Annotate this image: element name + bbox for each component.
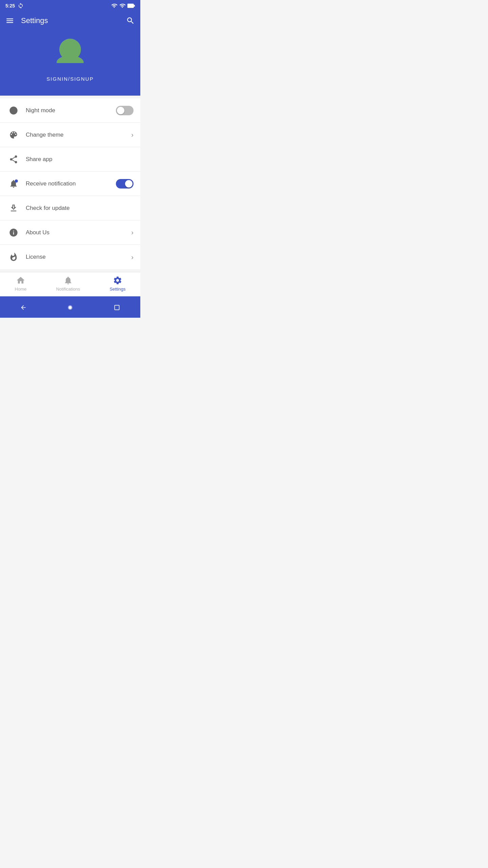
svg-rect-1	[134, 5, 135, 7]
license-label: License	[26, 254, 131, 260]
settings-item-about-us[interactable]: About Us ›	[0, 220, 140, 245]
bell-active-icon	[7, 179, 20, 189]
night-mode-icon	[7, 106, 20, 115]
settings-item-check-update[interactable]: Check for update	[0, 196, 140, 220]
fire-icon	[7, 252, 20, 262]
svg-rect-8	[115, 305, 119, 310]
night-mode-label: Night mode	[26, 107, 116, 114]
about-us-label: About Us	[26, 229, 131, 236]
svg-point-5	[15, 179, 18, 182]
about-us-chevron: ›	[131, 229, 134, 236]
status-right	[111, 3, 135, 9]
settings-item-license[interactable]: License ›	[0, 245, 140, 269]
settings-item-change-theme[interactable]: Change theme ›	[0, 123, 140, 147]
menu-icon[interactable]	[5, 16, 14, 25]
signin-label: SIGNIN/SIGNUP	[46, 76, 94, 82]
avatar	[53, 35, 87, 69]
settings-nav-icon	[113, 276, 122, 285]
change-theme-label: Change theme	[26, 132, 131, 138]
signin-button[interactable]: SIGNIN/SIGNUP	[46, 76, 94, 82]
home-nav-icon	[16, 276, 25, 285]
night-mode-toggle[interactable]	[116, 106, 134, 115]
night-mode-toggle-container	[116, 106, 134, 115]
app-bar: Settings	[0, 12, 140, 32]
change-theme-chevron: ›	[131, 131, 134, 139]
svg-rect-0	[127, 4, 134, 8]
back-button[interactable]	[13, 301, 34, 313]
wifi-icon	[111, 3, 117, 9]
bottom-nav: Home Notifications Settings	[0, 272, 140, 296]
settings-list: Night mode Change theme › Share app	[0, 98, 140, 269]
check-update-label: Check for update	[26, 205, 134, 212]
status-bar: 5:25	[0, 0, 140, 12]
license-chevron: ›	[131, 253, 134, 261]
home-button[interactable]	[60, 301, 80, 313]
settings-item-share-app[interactable]: Share app	[0, 147, 140, 172]
nav-item-settings[interactable]: Settings	[109, 276, 125, 292]
settings-item-night-mode[interactable]: Night mode	[0, 98, 140, 123]
home-nav-label: Home	[15, 287, 27, 292]
share-app-label: Share app	[26, 156, 134, 163]
sync-icon	[18, 3, 24, 9]
profile-section[interactable]: SIGNIN/SIGNUP	[0, 32, 140, 96]
page-title: Settings	[21, 16, 48, 25]
recent-button[interactable]	[107, 301, 127, 313]
search-icon[interactable]	[126, 16, 135, 25]
receive-notification-toggle[interactable]	[116, 179, 134, 189]
system-nav-bar	[0, 296, 140, 318]
status-left: 5:25	[5, 3, 24, 9]
share-icon	[7, 155, 20, 164]
download-icon	[7, 203, 20, 213]
nav-item-notifications[interactable]: Notifications	[56, 276, 80, 292]
settings-item-receive-notification[interactable]: Receive notification	[0, 172, 140, 196]
svg-rect-4	[53, 63, 87, 69]
settings-nav-label: Settings	[109, 287, 125, 292]
palette-icon	[7, 130, 20, 140]
nav-item-home[interactable]: Home	[15, 276, 27, 292]
avatar-graphic	[53, 35, 87, 69]
battery-icon	[127, 3, 135, 8]
receive-notification-label: Receive notification	[26, 180, 116, 187]
notifications-nav-label: Notifications	[56, 287, 80, 292]
info-icon	[7, 228, 20, 237]
signal-icon	[119, 3, 125, 9]
time-display: 5:25	[5, 3, 15, 8]
svg-point-7	[69, 306, 72, 309]
notifications-nav-icon	[63, 276, 73, 285]
